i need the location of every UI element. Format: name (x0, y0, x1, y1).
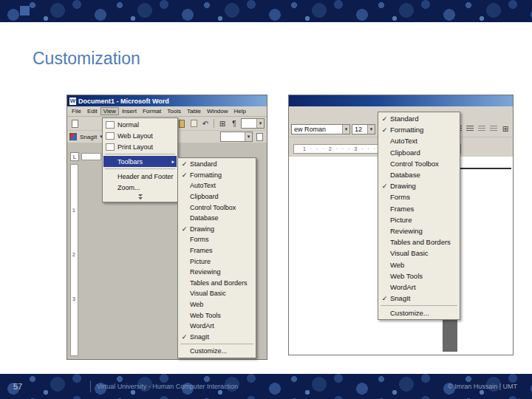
menu-insert[interactable]: Insert (119, 107, 140, 115)
toolbars-submenu-item-customize[interactable]: Customize... (179, 346, 255, 357)
toolbars-submenu-item-forms[interactable]: Forms (379, 191, 459, 202)
window-titlebar[interactable]: W Document1 - Microsoft Word (67, 95, 267, 106)
toolbars-submenu-item-drawing[interactable]: ✓Drawing (379, 180, 459, 191)
paste-icon[interactable] (177, 119, 187, 129)
menu-window[interactable]: Window (204, 107, 231, 115)
view-menu-item-toolbars[interactable]: Toolbars▸ (103, 156, 177, 167)
undo-icon[interactable]: ↶ (200, 119, 211, 129)
format-painter-icon[interactable] (188, 119, 199, 129)
tab-stop-selector[interactable]: L (70, 152, 79, 161)
footer-course-text: Virtual University - Human Computer Inte… (97, 383, 238, 390)
toolbars-submenu-item-tables-and-borders[interactable]: Tables and Borders (179, 278, 255, 289)
toolbars-submenu-item-picture[interactable]: Picture (379, 214, 459, 225)
toolbars-submenu-item-snagit[interactable]: ✓SnagIt (379, 293, 459, 304)
font-size-combo[interactable]: 12 ▾ (352, 124, 375, 134)
paste-glyph (179, 120, 185, 128)
submenu-item-label: Picture (390, 216, 412, 224)
toolbars-submenu-item-database[interactable]: Database (379, 169, 459, 180)
menu-help[interactable]: Help (231, 107, 249, 115)
toolbars-submenu-item-web[interactable]: Web (179, 299, 255, 310)
toolbars-submenu-item-clipboard[interactable]: Clipboard (179, 191, 255, 202)
font-size-dropdown-arrow[interactable]: ▾ (367, 125, 375, 134)
word-window-right: ew Roman ▾ 12 ▾ B ⊞ 1 · · · 2 · · · 3 · … (288, 95, 514, 355)
increase-indent-icon[interactable] (488, 124, 499, 134)
toolbars-submenu-item-frames[interactable]: Frames (379, 203, 459, 214)
submenu-item-label: Visual Basic (190, 290, 226, 297)
toolbars-submenu-item-drawing[interactable]: ✓Drawing (179, 224, 255, 235)
zoom-dropdown-arrow[interactable]: ▾ (256, 119, 264, 128)
toolbars-submenu-item-forms[interactable]: Forms (179, 234, 255, 245)
font-name-dropdown-arrow[interactable]: ▾ (342, 125, 349, 134)
toolbars-submenu-item-snagit[interactable]: ✓SnagIt (179, 332, 255, 343)
menu-view[interactable]: View (100, 107, 119, 115)
header-and-footer-icon (106, 173, 115, 180)
toolbars-submenu-item-web-tools[interactable]: Web Tools (379, 270, 459, 282)
submenu-item-label: Formatting (390, 126, 423, 134)
toolbars-submenu-item-visual-basic[interactable]: Visual Basic (179, 288, 255, 299)
font-name-combo[interactable]: ew Roman ▾ (291, 124, 350, 134)
toolbars-submenu-item-reviewing[interactable]: Reviewing (379, 225, 459, 236)
submenu-item-label: Reviewing (390, 227, 423, 235)
toolbars-submenu-item-wordart[interactable]: WordArt (379, 282, 459, 293)
submenu-item-label: Customize... (190, 347, 227, 355)
toolbars-submenu-item-formatting[interactable]: ✓Formatting (179, 170, 255, 181)
toolbars-submenu-item-clipboard[interactable]: Clipboard (379, 147, 459, 158)
drawing-toolbar-icon[interactable] (254, 132, 265, 142)
submenu-arrow-icon: ▸ (171, 159, 174, 165)
style-combo[interactable]: ▾ (220, 132, 253, 142)
toolbars-submenu-item-wordart[interactable]: WordArt (179, 321, 255, 332)
menu-tools[interactable]: Tools (164, 107, 184, 115)
vertical-ruler: 123 (70, 164, 78, 356)
submenu-item-label: Standard (390, 115, 419, 123)
show-paragraph-marks-icon[interactable]: ¶ (229, 119, 239, 129)
toolbars-submenu-item-web[interactable]: Web (379, 259, 459, 270)
submenu-item-label: Web (390, 261, 404, 269)
toolbars-submenu-item-picture[interactable]: Picture (179, 256, 255, 267)
toolbars-submenu: ✓Standard✓FormattingAutoTextClipboardCon… (177, 157, 256, 358)
menu-expand-chevron-icon[interactable] (103, 193, 177, 201)
outside-border-icon[interactable]: ⊞ (500, 124, 511, 134)
toolbars-submenu-item-control-toolbox[interactable]: Control Toolbox (379, 158, 459, 169)
word-window-left: W Document1 - Microsoft Word FileEditVie… (66, 95, 267, 360)
new-document-icon[interactable] (69, 119, 80, 129)
toolbars-submenu-item-standard[interactable]: ✓Standard (179, 159, 255, 170)
toolbars-submenu-item-formatting[interactable]: ✓Formatting (379, 124, 459, 135)
check-icon: ✓ (179, 225, 190, 233)
menu-edit[interactable]: Edit (84, 107, 100, 115)
toolbars-submenu-item-frames[interactable]: Frames (179, 245, 255, 256)
view-menu-item-print-layout[interactable]: Print Layout (103, 141, 177, 152)
toolbars-submenu-item-autotext[interactable]: AutoText (179, 180, 255, 191)
decrease-indent-icon[interactable] (477, 124, 487, 134)
submenu-item-label: Database (390, 171, 420, 179)
zoom-combo[interactable]: ▾ (241, 118, 265, 129)
menu-table[interactable]: Table (184, 107, 204, 115)
menu-file[interactable]: File (69, 107, 84, 115)
toolbars-submenu-item-web-tools[interactable]: Web Tools (179, 310, 255, 321)
view-menu-item-label: Header and Footer (117, 173, 174, 180)
view-menu-item-zoom[interactable]: Zoom... (103, 182, 177, 193)
window-titlebar[interactable] (289, 95, 513, 106)
footer-divider (90, 381, 91, 392)
toolbars-submenu-item-customize[interactable]: Customize... (379, 307, 459, 318)
toolbars-submenu-item-autotext[interactable]: AutoText (379, 135, 459, 146)
toolbars-submenu-item-standard[interactable]: ✓Standard (379, 113, 459, 124)
toolbars-submenu-item-database[interactable]: Database (179, 213, 255, 224)
view-menu-item-label: Toolbars (117, 158, 143, 166)
vertical-ruler-number: 1 (72, 208, 75, 213)
snagit-button[interactable]: SnagIt (80, 134, 97, 140)
submenu-item-label: Clipboard (390, 149, 420, 157)
bullets-icon[interactable] (465, 124, 475, 134)
toolbars-submenu-item-reviewing[interactable]: Reviewing (179, 267, 255, 278)
view-menu-item-normal[interactable]: Normal (103, 119, 177, 130)
style-dropdown-arrow[interactable]: ▾ (245, 132, 252, 141)
insert-table-icon[interactable]: ⊞ (217, 119, 228, 129)
page-edge-line (457, 168, 511, 169)
toolbars-submenu-item-visual-basic[interactable]: Visual Basic (379, 248, 459, 259)
format-painter-glyph (191, 120, 197, 127)
view-menu-item-header-and-footer[interactable]: Header and Footer (103, 171, 177, 182)
view-menu-item-web-layout[interactable]: Web Layout (103, 130, 177, 141)
snagit-icon (69, 133, 77, 140)
toolbars-submenu-item-tables-and-borders[interactable]: Tables and Borders (379, 236, 459, 248)
toolbars-submenu-item-control-toolbox[interactable]: Control Toolbox (179, 202, 255, 213)
menu-format[interactable]: Format (140, 107, 164, 115)
